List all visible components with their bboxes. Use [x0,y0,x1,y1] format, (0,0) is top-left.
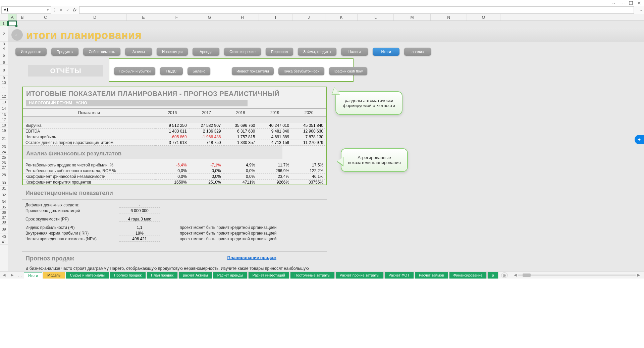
nav-tab[interactable]: Инвестиции [157,48,188,56]
row-header[interactable]: 14 [0,104,8,112]
row-header[interactable]: 4 [0,46,8,51]
row-header[interactable]: 18 [0,122,8,128]
back-button[interactable]: ← [11,29,23,41]
row-header[interactable]: 41 [0,239,8,245]
select-all-corner[interactable] [0,14,8,20]
report-sub-tab[interactable]: Инвест показатели [232,67,274,75]
row-header[interactable]: 39 [0,225,8,234]
column-header[interactable]: B [17,14,28,20]
row-header[interactable]: 28 [0,169,8,180]
row-header[interactable]: 40 [0,234,8,239]
tab-overflow[interactable]: … [16,273,24,277]
nav-tab[interactable]: Персонал [266,48,293,56]
column-header[interactable]: N [431,14,467,20]
row-header[interactable]: 12 [0,93,8,100]
row-header[interactable]: 10 [0,80,8,85]
row-header[interactable]: 23 [0,144,8,149]
sheet-tab[interactable]: р [487,272,498,279]
row-header[interactable]: 16 [0,112,8,117]
column-header[interactable]: C [28,14,63,20]
column-header[interactable]: M [394,14,431,20]
sheet-tab[interactable]: Итоги [24,272,42,279]
row-header[interactable]: 36 [0,210,8,215]
sheet-tab[interactable]: Постоянные затраты [290,272,335,279]
column-header[interactable]: G [193,14,226,20]
report-sub-tab[interactable]: График cash flow [329,67,368,75]
row-header[interactable]: 37 [0,215,8,220]
sheet-tab[interactable]: Прогноз продаж [110,272,146,279]
formula-input[interactable] [79,6,634,14]
row-header[interactable]: 2 [0,26,8,42]
column-header[interactable]: O [467,14,500,20]
cancel-formula-icon[interactable]: ✕ [58,8,64,12]
add-sheet-button[interactable]: ⊕ [501,272,508,278]
nav-tab[interactable]: Займы, кредиты [298,48,336,56]
sheet-tab[interactable]: Сырье и материалы [66,272,109,279]
report-sub-tab[interactable]: Точка безубыточноси [278,67,324,75]
column-header[interactable]: A [8,14,17,20]
row-header[interactable]: 30 [0,180,8,186]
more-icon[interactable]: ⋯ [620,0,625,6]
tab-nav-first[interactable]: ◀ [0,273,8,277]
nav-tab[interactable]: Активы [125,48,152,56]
row-header[interactable]: 5 [0,51,8,60]
row-header[interactable]: 25 [0,155,8,160]
sheet-tab[interactable]: Расчет инвестиций [248,272,289,279]
row-header[interactable]: 8 [0,65,8,76]
row-header[interactable]: 6 [0,60,8,65]
column-header[interactable]: H [226,14,259,20]
chevron-down-icon[interactable]: ▾ [47,8,49,12]
maximize-icon[interactable]: ❐ [629,0,633,6]
column-header[interactable]: F [160,14,193,20]
row-header[interactable]: 35 [0,204,8,210]
nav-tab[interactable]: Продукты [51,48,79,56]
row-header[interactable]: 11 [0,85,8,93]
row-header[interactable]: 32 [0,191,8,199]
row-header[interactable]: 9 [0,76,8,80]
row-header[interactable]: 17 [0,117,8,122]
tab-nav-prev[interactable]: ▶ [8,273,16,277]
report-sub-tab[interactable]: ПДДС [160,67,183,75]
nav-tab[interactable]: Офис и прочие [224,48,261,56]
expand-formula-icon[interactable]: ⌄ [638,8,644,12]
resize-icon[interactable]: ↔ [611,0,616,6]
column-header[interactable]: E [127,14,160,20]
nav-tab[interactable]: Налоги [341,48,368,56]
accept-formula-icon[interactable]: ✓ [64,8,71,12]
row-header[interactable]: 13 [0,100,8,104]
sheet-tab[interactable]: Расчёт ФОТ [384,272,414,279]
selected-cell[interactable] [8,21,17,26]
sheet-tab[interactable]: План продаж [147,272,178,279]
report-sub-tab[interactable]: Баланс [187,67,210,75]
column-header[interactable]: K [325,14,358,20]
sheet-tab[interactable]: Расчет прочие затраты [335,272,384,279]
row-header[interactable]: 26 [0,160,8,165]
column-header[interactable]: L [358,14,394,20]
column-header[interactable]: I [259,14,292,20]
fx-label[interactable]: fx [71,7,78,12]
row-header[interactable]: 19 [0,128,8,133]
row-header[interactable]: 1 [0,21,8,26]
name-box[interactable]: A1 ▾ [1,6,51,14]
nav-tab[interactable]: Себестоимость [83,48,120,56]
close-icon[interactable]: ✕ [637,0,641,6]
row-header[interactable]: 21 [0,133,8,144]
sheet-tab[interactable]: Расчет аренды [213,272,248,279]
sheet-tab[interactable]: Финансирование [449,272,487,279]
column-header[interactable]: J [292,14,325,20]
row-header[interactable]: 27 [0,165,8,169]
sheet-tab[interactable]: расчет Активы [178,272,212,279]
nav-tab[interactable]: Исх данные [15,48,47,56]
row-header[interactable]: 34 [0,199,8,204]
nav-tab[interactable]: анализ [404,48,431,56]
nav-tab[interactable]: Аренда [193,48,219,56]
report-sub-tab[interactable]: Прибыли и убытки [114,67,155,75]
dropbox-icon[interactable]: ✦ [635,135,644,144]
column-header[interactable]: D [63,14,127,20]
nav-tab[interactable]: Итоги [373,48,399,56]
horizontal-scrollbar[interactable]: ◀ ▶ [510,273,644,277]
row-header[interactable]: 3 [0,42,8,46]
sheet-tab[interactable]: Расчет займов [415,272,448,279]
row-header[interactable]: 24 [0,149,8,155]
row-header[interactable]: 31 [0,186,8,191]
